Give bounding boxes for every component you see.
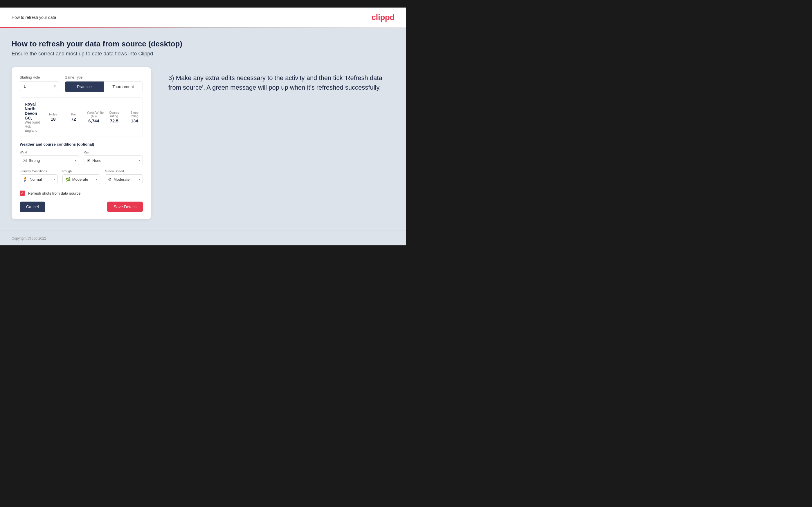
fairway-rough-green-row: Fairway Conditions 🏌 Normal ▾ Rough 🌿 Mo…	[20, 169, 143, 184]
rough-value: Moderate	[72, 177, 88, 181]
wind-select[interactable]: 🌬 Strong ▾	[20, 156, 79, 165]
par-value: 72	[71, 117, 76, 121]
starting-hole-group: Starting Hole 1 ▾	[20, 75, 59, 92]
footer: Copyright Clippd 2022	[0, 231, 406, 245]
holes-value: 18	[51, 117, 56, 121]
rough-select[interactable]: 🌿 Moderate ▾	[62, 174, 100, 184]
starting-hole-label: Starting Hole	[20, 75, 59, 79]
weather-section-heading: Weather and course conditions (optional)	[20, 142, 143, 147]
course-rating-label: Course rating	[107, 111, 121, 118]
rain-icon: ☀	[87, 158, 91, 163]
starting-hole-value: 1	[23, 84, 26, 89]
wind-chevron-icon: ▾	[74, 159, 77, 162]
rough-icon: 🌿	[66, 177, 70, 181]
green-speed-select[interactable]: ⚙ Moderate ▾	[105, 174, 143, 184]
side-text: 3) Make any extra edits necessary to the…	[168, 73, 392, 92]
fairway-icon: 🏌	[23, 177, 28, 181]
slope-rating-value: 134	[131, 118, 138, 123]
rain-group: Rain ☀ None ▾	[84, 151, 143, 165]
par-stat: Par 72	[66, 113, 81, 122]
rough-chevron-icon: ▾	[96, 177, 98, 181]
save-button[interactable]: Save Details	[107, 202, 143, 212]
page-subtitle: Ensure the correct and most up to date d…	[12, 51, 392, 57]
wind-label: Wind	[20, 151, 79, 154]
course-name: Royal North Devon GC,	[25, 102, 40, 120]
header-title: How to refresh your data	[12, 15, 56, 20]
logo: clippd	[371, 13, 395, 22]
slope-rating-label: Slope rating	[127, 111, 142, 118]
course-info-row: Royal North Devon GC, Westward Ho!, Engl…	[20, 98, 143, 137]
yards-stat: Yards/White (M)) 6,744	[87, 111, 101, 123]
refresh-checkbox[interactable]	[20, 190, 25, 196]
cancel-button[interactable]: Cancel	[20, 202, 45, 212]
side-description: 3) Make any extra edits necessary to the…	[168, 67, 392, 92]
fairway-label: Fairway Conditions	[20, 169, 58, 173]
main-content: How to refresh your data from source (de…	[0, 28, 406, 231]
slope-rating-stat: Slope rating 134	[127, 111, 142, 123]
yards-label: Yards/White (M))	[87, 111, 101, 118]
header: How to refresh your data clippd	[0, 7, 406, 28]
holes-stat: Holes 18	[46, 113, 60, 122]
content-area: Starting Hole 1 ▾ Game Type Practice Tou…	[12, 67, 392, 219]
green-speed-icon: ⚙	[108, 177, 112, 181]
green-speed-value: Moderate	[113, 177, 130, 181]
course-name-col: Royal North Devon GC, Westward Ho!, Engl…	[25, 102, 40, 132]
rain-label: Rain	[84, 151, 143, 154]
starting-hole-select[interactable]: 1 ▾	[20, 81, 59, 91]
refresh-label: Refresh shots from data source	[28, 191, 81, 195]
refresh-checkbox-row: Refresh shots from data source	[20, 190, 143, 196]
top-bar	[0, 0, 406, 7]
rain-value: None	[92, 158, 101, 163]
holes-label: Holes	[46, 113, 60, 116]
wind-rain-row: Wind 🌬 Strong ▾ Rain ☀ None ▾	[20, 151, 143, 165]
par-label: Par	[66, 113, 81, 116]
fairway-group: Fairway Conditions 🏌 Normal ▾	[20, 169, 58, 184]
starting-hole-chevron-icon: ▾	[54, 84, 56, 88]
wind-group: Wind 🌬 Strong ▾	[20, 151, 79, 165]
rough-label: Rough	[62, 169, 100, 173]
fairway-select[interactable]: 🏌 Normal ▾	[20, 174, 58, 184]
rain-chevron-icon: ▾	[139, 159, 140, 162]
fairway-value: Normal	[30, 177, 42, 181]
green-speed-group: Green Speed ⚙ Moderate ▾	[105, 169, 143, 184]
fairway-chevron-icon: ▾	[53, 177, 55, 181]
rough-group: Rough 🌿 Moderate ▾	[62, 169, 100, 184]
course-rating-value: 72.5	[110, 118, 118, 123]
game-type-group: Game Type Practice Tournament	[65, 75, 143, 92]
wind-icon: 🌬	[23, 158, 27, 163]
yards-value: 6,744	[88, 118, 99, 123]
top-form-row: Starting Hole 1 ▾ Game Type Practice Tou…	[20, 75, 143, 92]
course-rating-stat: Course rating 72.5	[107, 111, 121, 123]
form-card: Starting Hole 1 ▾ Game Type Practice Tou…	[12, 67, 151, 219]
rain-select[interactable]: ☀ None ▾	[84, 156, 143, 165]
practice-button[interactable]: Practice	[65, 81, 104, 92]
green-speed-chevron-icon: ▾	[139, 177, 140, 181]
wind-value: Strong	[29, 158, 40, 163]
page-heading: How to refresh your data from source (de…	[12, 40, 392, 48]
footer-text: Copyright Clippd 2022	[12, 236, 46, 240]
game-type-buttons: Practice Tournament	[65, 81, 143, 92]
button-row: Cancel Save Details	[20, 202, 143, 212]
game-type-label: Game Type	[65, 75, 143, 79]
green-speed-label: Green Speed	[105, 169, 143, 173]
course-location: Westward Ho!, England	[25, 120, 40, 132]
tournament-button[interactable]: Tournament	[104, 81, 143, 92]
